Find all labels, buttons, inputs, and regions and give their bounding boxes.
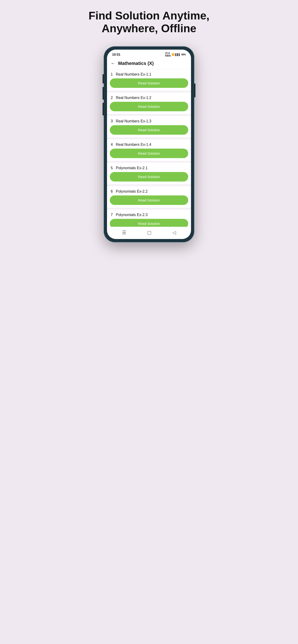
read-solution-button[interactable]: Read Solution [110,219,188,227]
item-name: Polynomials Ex-2.3 [116,213,148,217]
navigation-bar: ☰ ▢ ◁ [107,227,191,239]
list-item: 3 Real Numbers Ex-1.3 Read Solution [107,116,191,138]
item-number: 3 [111,119,116,123]
item-number: 5 [111,166,116,170]
list-item: 1 Real Numbers Ex-1.1 Read Solution [107,69,191,91]
read-solution-button[interactable]: Read Solution [110,78,188,88]
content-area: 1 Real Numbers Ex-1.1 Read Solution 2 Re… [107,69,191,227]
phone-screen: 10:01 27.0KB/S 📶 ▌▌▌ 40% ← Mathematics (… [107,50,191,239]
list-item: 2 Real Numbers Ex-1.2 Read Solution [107,92,191,114]
list-item: 4 Real Numbers Ex-1.4 Read Solution [107,139,191,161]
data-speed: 27.0KB/S [165,52,171,57]
app-header: ← Mathematics (X) [107,58,191,69]
home-icon[interactable]: ▢ [147,230,152,235]
item-name: Real Numbers Ex-1.2 [116,96,151,100]
exercise-list: 1 Real Numbers Ex-1.1 Read Solution 2 Re… [107,69,191,227]
signal-icon: ▌▌▌ [175,53,180,56]
power-button [194,84,195,97]
battery-text: 40% [181,53,186,56]
menu-icon[interactable]: ☰ [122,230,126,235]
item-number: 7 [111,213,116,217]
read-solution-button[interactable]: Read Solution [110,172,188,182]
item-name: Real Numbers Ex-1.1 [116,72,151,76]
read-solution-button[interactable]: Read Solution [110,196,188,205]
status-bar: 10:01 27.0KB/S 📶 ▌▌▌ 40% [107,50,191,58]
item-number: 4 [111,142,116,147]
silent-button [103,74,104,84]
item-name: Real Numbers Ex-1.3 [116,119,151,123]
item-name: Polynomials Ex-2.1 [116,166,148,170]
list-item: 6 Polynomials Ex-2.2 Read Solution [107,186,191,208]
page-title: Find Solution Anytime, Anywhere, Offline [89,9,210,35]
item-number: 2 [111,96,116,100]
item-number: 6 [111,190,116,194]
status-icons: 27.0KB/S 📶 ▌▌▌ 40% [165,52,186,57]
status-time: 10:01 [112,52,120,56]
list-item: 5 Polynomials Ex-2.1 Read Solution [107,163,191,184]
phone-mockup: 10:01 27.0KB/S 📶 ▌▌▌ 40% ← Mathematics (… [104,46,194,242]
volume-up-button [103,87,104,100]
list-item: 7 Polynomials Ex-2.3 Read Solution [107,210,191,227]
back-nav-icon[interactable]: ◁ [172,230,176,235]
screen-title: Mathematics (X) [118,61,154,66]
item-number: 1 [111,72,116,76]
read-solution-button[interactable]: Read Solution [110,148,188,158]
back-button[interactable]: ← [111,61,115,66]
wifi-icon: 📶 [172,53,175,56]
item-name: Real Numbers Ex-1.4 [116,142,151,147]
read-solution-button[interactable]: Read Solution [110,125,188,135]
read-solution-button[interactable]: Read Solution [110,102,188,111]
volume-down-button [103,103,104,116]
item-name: Polynomials Ex-2.2 [116,190,148,194]
